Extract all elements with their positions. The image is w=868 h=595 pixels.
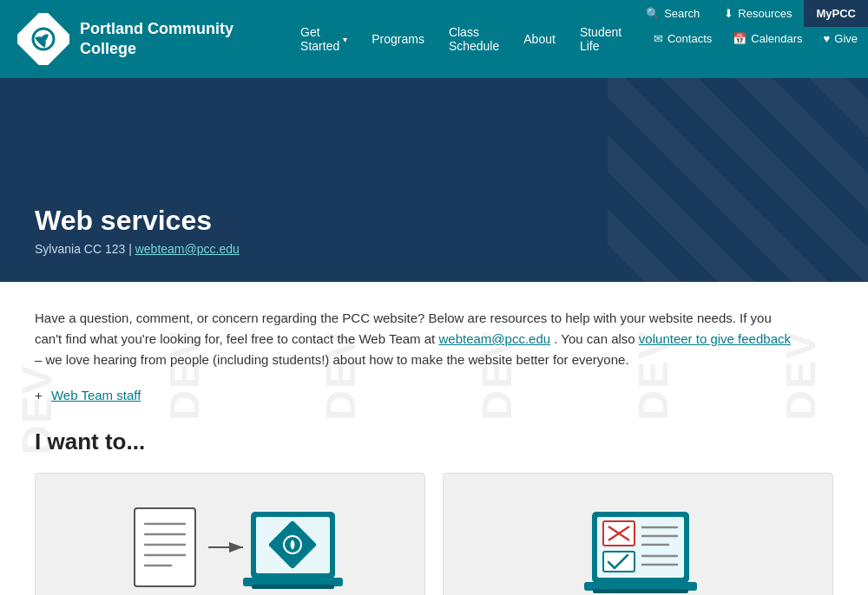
search-icon: 🔍 [646, 7, 660, 20]
hero-subtitle: Sylvania CC 123 | webteam@pcc.edu [35, 242, 833, 256]
search-link[interactable]: 🔍 Search [634, 0, 712, 27]
hero-email-link[interactable]: webteam@pcc.edu [135, 242, 240, 256]
cards-grid: Put content online New website: New depa… [35, 473, 833, 595]
card-update-existing: Update an existing page Website correcti… [443, 473, 833, 595]
top-nav: Portland Community College Get Started ▾… [0, 0, 868, 78]
main-nav: Get Started ▾ Programs Class Schedule Ab… [279, 0, 634, 78]
calendars-icon: 📅 [733, 32, 746, 45]
contacts-link[interactable]: ✉ Contacts [643, 27, 722, 50]
nav-class-schedule[interactable]: Class Schedule [437, 0, 511, 78]
heart-icon: ♥ [824, 32, 831, 45]
nav-get-started[interactable]: Get Started ▾ [288, 0, 359, 78]
card-illustration-update [461, 491, 815, 595]
nav-about[interactable]: About [511, 0, 568, 78]
card-illustration-content [53, 491, 407, 595]
contacts-icon: ✉ [654, 32, 663, 45]
page-title: Web services [35, 205, 833, 237]
svg-rect-2 [135, 508, 195, 586]
web-team-staff-link[interactable]: Web Team staff [51, 388, 141, 402]
web-team-section: + Web Team staff [35, 388, 833, 402]
pcc-logo-icon [17, 13, 69, 65]
logo-link[interactable]: Portland Community College [0, 0, 279, 78]
card-put-content-online: Put content online New website: New depa… [35, 473, 425, 595]
intro-paragraph: Have a question, comment, or concern reg… [35, 308, 799, 370]
give-link[interactable]: ♥ Give [813, 27, 868, 50]
nav-student-life[interactable]: Student Life [568, 0, 634, 78]
main-content: DEV DEV DEV DEV DEV DEV Have a question,… [0, 282, 868, 595]
mypcc-button[interactable]: MyPCC [804, 0, 868, 27]
resources-icon: ⬇ [724, 7, 733, 20]
nav-programs[interactable]: Programs [359, 0, 437, 78]
update-existing-svg [516, 491, 760, 595]
chevron-down-icon: ▾ [343, 35, 347, 44]
resources-link[interactable]: ⬇ Resources [712, 0, 804, 27]
i-want-heading: I want to... [35, 428, 833, 455]
utility-nav: 🔍 Search ⬇ Resources MyPCC ✉ Contacts 📅 … [634, 0, 868, 78]
put-content-online-svg [108, 491, 352, 595]
svg-rect-27 [593, 589, 688, 593]
hero-banner: Web services Sylvania CC 123 | webteam@p… [0, 78, 868, 282]
volunteer-link[interactable]: volunteer to give feedback [639, 331, 791, 346]
calendars-link[interactable]: 📅 Calendars [722, 27, 812, 50]
plus-icon: + [35, 388, 43, 402]
svg-rect-14 [252, 585, 334, 589]
site-name: Portland Community College [80, 19, 262, 60]
webteam-email-link[interactable]: webteam@pcc.edu [438, 331, 550, 346]
